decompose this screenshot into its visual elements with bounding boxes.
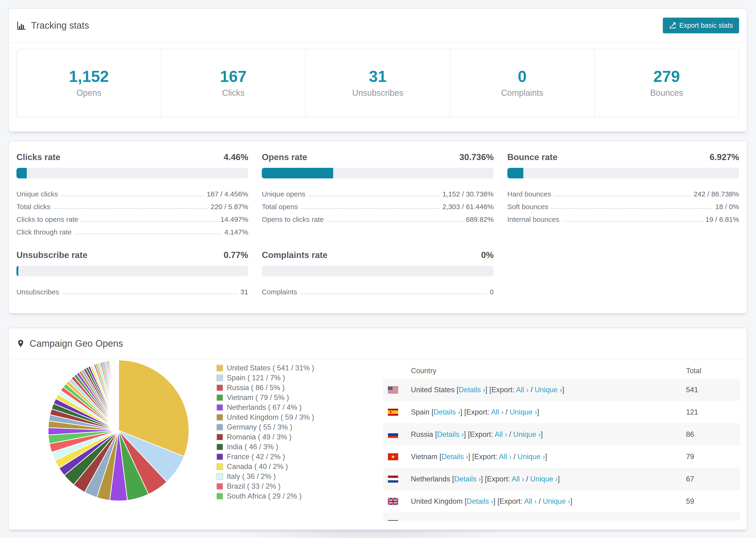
legend-label: Canada ( 40 / 2% ) [227,462,288,471]
export-all-link[interactable]: All › [491,408,503,416]
legend-label: Vietnam ( 79 / 5% ) [227,394,289,402]
rate-detail-rows: Unsubscribes31 [17,284,248,297]
dotted-leader [301,208,440,209]
export-unique-link[interactable]: Unique › [517,453,545,461]
country-name: Vietnam [411,453,440,461]
rate-detail-rows: Complaints0 [262,284,494,297]
legend-item: United States ( 541 / 31% ) [216,363,314,373]
legend-swatch [216,375,223,381]
legend-swatch [216,365,223,371]
rate-detail-rows: Unique opens1,152 / 30.736%Total opens2,… [262,187,494,224]
details-link[interactable]: Details › [445,519,472,521]
export-all-link[interactable]: All › [499,453,512,461]
dotted-leader [308,195,440,196]
slash: / [504,408,510,416]
bracket: ] [Export: [468,453,499,461]
export-basic-stats-button[interactable]: Export basic stats [663,18,739,33]
export-unique-link[interactable]: Unique › [510,408,537,416]
legend-label: United Kingdom ( 59 / 3% ) [227,413,314,422]
dotted-leader [300,294,487,294]
export-all-link[interactable]: All › [495,430,507,439]
rate-detail-value: 19 / 6.81% [706,215,739,224]
rate-detail-row: Total clicks220 / 5.87% [17,199,248,212]
rate-detail-row: Unique clicks167 / 4.456% [17,187,248,199]
country-cell: Germany [Details ›] [Export: All › / Uni… [411,519,686,521]
export-all-link[interactable]: All › [512,475,524,483]
export-unique-link[interactable]: Unique › [513,430,541,439]
details-link[interactable]: Details › [459,386,485,394]
export-unique-link[interactable]: Unique › [530,475,558,483]
legend-label: United States ( 541 / 31% ) [227,364,314,372]
export-unique-link[interactable]: Unique › [535,386,562,394]
rate-section-percent: 0.77% [224,250,248,260]
details-link[interactable]: Details › [454,475,481,483]
export-unique-link[interactable]: Unique › [543,497,570,506]
export-all-link[interactable]: All › [524,497,536,506]
rate-section-header: Clicks rate4.46% [17,152,248,162]
pie-legend: United States ( 541 / 31% )Spain ( 121 /… [216,363,314,501]
export-unique-link[interactable]: Unique › [521,519,549,521]
rate-detail-rows: Hard bounces242 / 86.738%Soft bounces18 … [507,187,739,224]
total-cell: 541 [686,386,740,394]
flag-cell [383,520,411,521]
rate-detail-row: Hard bounces242 / 86.738% [507,187,739,199]
export-basic-stats-label: Export basic stats [679,22,733,29]
stat-value: 1,152 [69,68,109,84]
legend-item: India ( 46 / 3% ) [216,442,314,452]
total-cell: 67 [686,475,740,483]
details-link[interactable]: Details › [437,430,464,439]
details-link[interactable]: Details › [467,497,494,506]
geo-title: Campaign Geo Opens [17,338,123,349]
rate-detail-row: Complaints0 [262,284,494,297]
geo-table: CountryTotalUnited States [Details ›] [E… [383,363,740,521]
progress-bar [507,168,739,178]
flag-cell [383,431,411,438]
rate-section-header: Opens rate30.736% [262,152,494,162]
country-name: United States [411,386,457,394]
tracking-stats-title-text: Tracking stats [31,20,89,31]
details-link[interactable]: Details › [434,408,460,416]
bracket: ] [Export: [460,408,491,416]
export-icon [669,22,676,29]
legend-item: United Kingdom ( 59 / 3% ) [216,412,314,422]
legend-item: Germany ( 55 / 3% ) [216,422,314,432]
rate-section-header: Bounce rate6.927% [507,152,739,162]
legend-item: Netherlands ( 67 / 4% ) [216,403,314,412]
geo-table-row: Germany [Details ›] [Export: All › / Uni… [383,512,740,521]
bracket: ] [549,519,551,521]
progress-bar-fill [262,168,333,178]
legend-swatch [216,434,223,440]
legend-label: Germany ( 55 / 3% ) [227,423,292,431]
dotted-leader [551,208,712,209]
nl-flag-icon [388,476,398,483]
geo-table-row: United Kingdom [Details ›] [Export: All … [383,490,740,512]
bracket: ] [537,408,539,416]
country-name: Spain [411,408,432,416]
flag-cell [383,498,411,505]
dotted-leader [562,221,702,222]
legend-item: Italy ( 36 / 2% ) [216,471,314,481]
legend-item: Romania ( 49 / 3% ) [216,432,314,442]
export-all-link[interactable]: All › [502,519,514,521]
stat-card: 167Clicks [161,49,306,117]
details-link[interactable]: Details › [441,453,468,461]
legend-item: Canada ( 40 / 2% ) [216,462,314,471]
slash: / [515,519,521,521]
rate-section-complaints-rate: Complaints rate0%Complaints0 [262,250,494,297]
rate-detail-value: 689.82% [466,215,494,224]
rate-detail-label: Unsubscribes [17,288,59,297]
country-cell: Russia [Details ›] [Export: All › / Uniq… [411,430,686,439]
bar-chart-icon [17,21,26,30]
rate-detail-rows: Unique clicks167 / 4.456%Total clicks220… [17,187,248,237]
legend-label: Russia ( 86 / 5% ) [227,384,285,392]
export-all-link[interactable]: All › [516,386,528,394]
geo-table-row: Russia [Details ›] [Export: All › / Uniq… [383,423,740,446]
geo-table-row: Netherlands [Details ›] [Export: All › /… [383,468,740,490]
dotted-leader [75,234,221,234]
progress-bar [262,266,494,276]
stat-label: Bounces [650,88,683,98]
rate-detail-label: Clicks to opens rate [17,215,78,224]
legend-swatch [216,385,223,391]
rate-detail-value: 220 / 5.87% [211,203,248,212]
rate-detail-row: Clicks to opens rate14.497% [17,212,248,224]
